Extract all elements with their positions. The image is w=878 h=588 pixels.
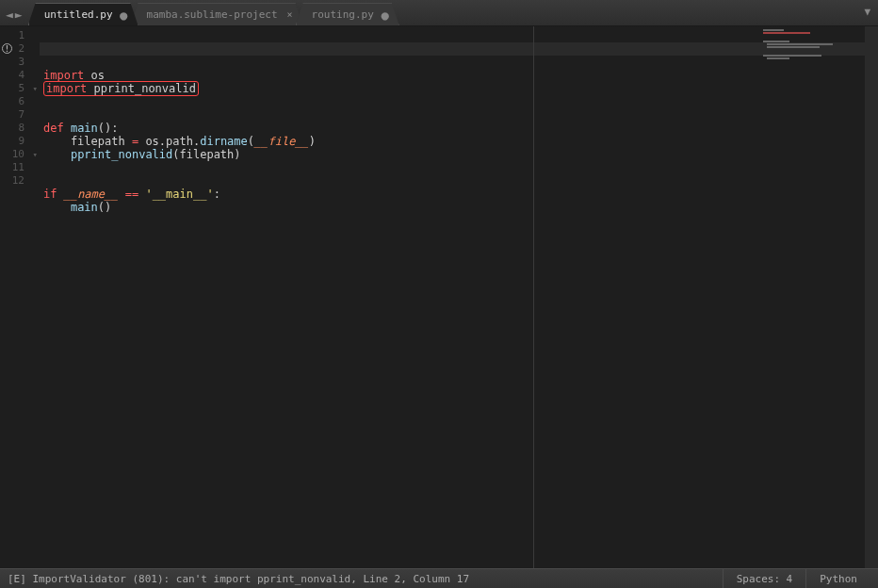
- fold-icon[interactable]: ▾: [33, 82, 38, 95]
- token: (: [248, 135, 254, 148]
- active-line-highlight: [40, 42, 878, 56]
- token: [43, 201, 71, 214]
- tab-label: untitled.py: [44, 8, 113, 21]
- gutter-line[interactable]: 7: [0, 108, 40, 122]
- code-line[interactable]: import os: [43, 69, 878, 82]
- code-line[interactable]: filepath = os.path.dirname(__file__): [43, 135, 878, 148]
- code-line[interactable]: main(): [43, 201, 878, 214]
- gutter-line[interactable]: 5▾: [0, 82, 40, 95]
- ruler: [533, 26, 534, 568]
- token: filepath: [180, 148, 235, 161]
- token: (: [172, 148, 179, 161]
- code-line[interactable]: [43, 214, 878, 227]
- token: __name__: [64, 188, 119, 201]
- nav-forward-icon[interactable]: ►: [15, 8, 23, 22]
- token: [57, 188, 63, 201]
- status-message[interactable]: [E] ImportValidator (801): can't import …: [8, 573, 723, 585]
- token: :: [214, 188, 220, 201]
- token: (): [98, 201, 111, 214]
- gutter-line[interactable]: 3: [0, 56, 40, 69]
- token: [64, 122, 71, 135]
- token: [84, 69, 90, 82]
- status-syntax[interactable]: Python: [805, 569, 870, 588]
- token: dirname: [200, 135, 248, 148]
- token: path: [166, 135, 193, 148]
- nav-back-icon[interactable]: ◄: [6, 8, 13, 22]
- code-line[interactable]: pprint_nonvalid(filepath): [43, 148, 878, 161]
- gutter-line[interactable]: 9: [0, 135, 40, 148]
- tab-label: mamba.sublime-project: [147, 8, 278, 21]
- token: .: [159, 135, 166, 148]
- gutter-line[interactable]: 11: [0, 161, 40, 174]
- gutter-line[interactable]: 1: [0, 29, 40, 42]
- tab[interactable]: routing.py●: [296, 3, 399, 25]
- code-line[interactable]: [43, 174, 878, 188]
- gutter-line[interactable]: 8: [0, 122, 40, 135]
- token: main: [71, 122, 98, 135]
- token: [43, 148, 71, 161]
- token: :: [111, 122, 118, 135]
- gutter-line[interactable]: 10▾: [0, 148, 40, 161]
- code-line[interactable]: [43, 161, 878, 174]
- tab-label: routing.py: [312, 8, 374, 21]
- tab[interactable]: untitled.py●: [28, 3, 138, 25]
- code-line[interactable]: def main():: [43, 122, 878, 135]
- token: pprint_nonvalid: [71, 148, 172, 161]
- tab-dropdown-icon[interactable]: ▼: [864, 6, 870, 18]
- token: os: [138, 135, 159, 148]
- close-icon[interactable]: ×: [287, 9, 293, 20]
- code-line[interactable]: [43, 108, 878, 122]
- fold-icon[interactable]: ▾: [33, 148, 38, 161]
- token: import: [43, 69, 84, 82]
- dirty-indicator-icon[interactable]: ●: [120, 10, 127, 20]
- token: ): [309, 135, 316, 148]
- gutter[interactable]: 12!345▾678910▾1112: [0, 26, 40, 568]
- gutter-line[interactable]: 4: [0, 69, 40, 82]
- token: main: [71, 201, 98, 214]
- token: [118, 188, 124, 201]
- error-underline: import pprint_nonvalid: [43, 81, 199, 96]
- code-area[interactable]: import osimport pprint_nonvaliddef main(…: [40, 26, 878, 568]
- gutter-line[interactable]: 12: [0, 174, 40, 188]
- status-indent[interactable]: Spaces: 4: [723, 569, 806, 588]
- gutter-line[interactable]: 2!: [0, 42, 40, 56]
- code-line[interactable]: [43, 95, 878, 108]
- error-icon[interactable]: !: [2, 43, 12, 54]
- code-line[interactable]: import pprint_nonvalid: [43, 82, 878, 95]
- dirty-indicator-icon[interactable]: ●: [381, 10, 388, 20]
- token: ): [234, 148, 240, 161]
- statusbar: [E] ImportValidator (801): can't import …: [0, 568, 878, 588]
- tab-bar: untitled.py●mamba.sublime-project×routin…: [28, 0, 399, 25]
- token: (): [98, 122, 111, 135]
- token: __file__: [254, 135, 309, 148]
- token: filepath: [43, 135, 132, 148]
- tab[interactable]: mamba.sublime-project×: [131, 3, 303, 25]
- code-line[interactable]: if __name__ == '__main__':: [43, 188, 878, 201]
- scrollbar-vertical[interactable]: [865, 26, 878, 568]
- token: os: [91, 69, 105, 82]
- token: '__main__': [145, 188, 213, 201]
- titlebar: ◄ ► untitled.py●mamba.sublime-project×ro…: [0, 0, 878, 26]
- editor[interactable]: 12!345▾678910▾1112 import osimport pprin…: [0, 26, 878, 568]
- token: def: [43, 122, 64, 135]
- token: if: [43, 188, 57, 201]
- token: ==: [125, 188, 138, 201]
- nav-arrows: ◄ ►: [0, 8, 28, 25]
- gutter-line[interactable]: 6: [0, 95, 40, 108]
